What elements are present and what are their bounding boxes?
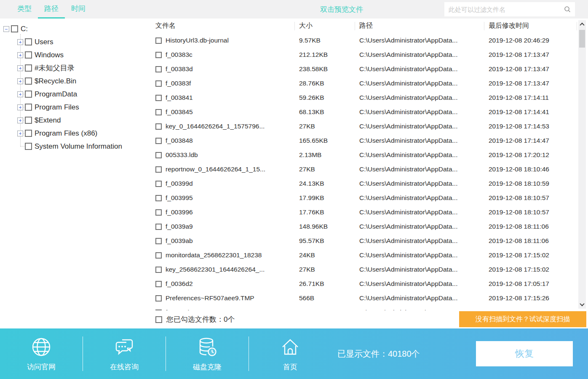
tree-checkbox[interactable] xyxy=(11,25,18,32)
scrollbar-thumb[interactable] xyxy=(579,30,585,48)
row-checkbox[interactable] xyxy=(155,224,162,230)
tree-node[interactable]: System Volume Information xyxy=(3,140,150,153)
row-checkbox[interactable] xyxy=(155,181,162,187)
file-size: 24.13KB xyxy=(295,180,355,187)
tree-node[interactable]: $Extend xyxy=(3,114,150,127)
row-checkbox[interactable] xyxy=(155,295,162,302)
search-icon[interactable] xyxy=(564,6,571,13)
table-row[interactable]: f_0039ab95.57KBC:\Users\Administrator\Ap… xyxy=(150,234,588,248)
file-path: C:\Users\Administrator\AppData... xyxy=(355,237,484,245)
online-support-button[interactable]: 在线咨询 xyxy=(83,336,166,372)
tree-checkbox[interactable] xyxy=(25,104,32,111)
row-checkbox[interactable] xyxy=(155,267,162,273)
tree-checkbox[interactable] xyxy=(25,117,32,124)
row-checkbox[interactable] xyxy=(155,281,162,287)
row-checkbox[interactable] xyxy=(155,80,162,87)
table-row[interactable]: f_00399517.99KBC:\Users\Administrator\Ap… xyxy=(150,191,588,205)
collapse-icon[interactable] xyxy=(3,26,9,32)
scroll-up-button[interactable] xyxy=(578,20,586,29)
tree-node[interactable]: Program Files (x86) xyxy=(3,127,150,140)
file-path: C:\Users\Administrator\AppData... xyxy=(355,266,484,273)
table-row[interactable]: key_2568622301_1644626264_...27KBC:\User… xyxy=(150,262,588,277)
tree-root-drive-c[interactable]: C: xyxy=(3,22,150,35)
table-row[interactable]: f_0036d648.82KBC:\Users\Administrator\Ap… xyxy=(150,305,588,310)
tree-checkbox[interactable] xyxy=(25,143,32,150)
row-checkbox[interactable] xyxy=(155,66,162,72)
filename-filter-input[interactable] xyxy=(444,6,564,13)
disk-clone-button[interactable]: 磁盘克隆 xyxy=(166,336,249,372)
expand-icon[interactable] xyxy=(17,91,23,97)
file-path: C:\Users\Administrator\AppData... xyxy=(355,108,484,116)
expand-icon[interactable] xyxy=(17,39,23,45)
tab-time[interactable]: 时间 xyxy=(65,0,92,19)
table-row[interactable]: f_00399617.76KBC:\Users\Administrator\Ap… xyxy=(150,205,588,219)
tree-node-label: Program Files (x86) xyxy=(35,129,97,138)
row-checkbox[interactable] xyxy=(155,310,162,311)
table-row[interactable]: key_0_1644626264_1_1575796...27KBC:\User… xyxy=(150,119,588,133)
vertical-scrollbar[interactable] xyxy=(578,20,586,309)
table-row[interactable]: monitordata_2568622301_1823824KBC:\Users… xyxy=(150,248,588,262)
filename-filter-box[interactable] xyxy=(444,2,575,16)
expand-icon[interactable] xyxy=(17,104,23,110)
tree-node[interactable]: Program Files xyxy=(3,101,150,114)
row-checkbox[interactable] xyxy=(155,52,162,58)
row-checkbox[interactable] xyxy=(155,138,162,144)
tree-node[interactable]: $Recycle.Bin xyxy=(3,75,150,88)
row-checkbox[interactable] xyxy=(155,195,162,201)
column-header-mtime[interactable]: 最后修改时间 xyxy=(484,19,577,33)
table-row[interactable]: f_00384568.13KBC:\Users\Administrator\Ap… xyxy=(150,105,588,119)
tree-checkbox[interactable] xyxy=(25,130,32,137)
column-header-size[interactable]: 大小 xyxy=(295,19,355,33)
file-path: C:\Users\Administrator\AppData... xyxy=(355,280,484,288)
row-checkbox[interactable] xyxy=(155,238,162,244)
table-row[interactable]: reportnow_0_1644626264_1_15...27KBC:\Use… xyxy=(150,162,588,176)
tree-node[interactable]: Users xyxy=(3,35,150,48)
scroll-down-button[interactable] xyxy=(578,300,586,309)
table-row[interactable]: f_003848165.65KBC:\Users\Administrator\A… xyxy=(150,133,588,148)
tree-node[interactable]: #未知父目录 xyxy=(3,61,150,75)
row-checkbox[interactable] xyxy=(155,37,162,44)
column-header-path[interactable]: 路径 xyxy=(355,19,484,33)
table-row[interactable]: f_00383d238.58KBC:\Users\Administrator\A… xyxy=(150,62,588,76)
expand-icon[interactable] xyxy=(17,131,23,136)
row-checkbox[interactable] xyxy=(155,152,162,158)
deep-scan-button[interactable]: 没有扫描到文件？试试深度扫描 xyxy=(459,311,586,327)
table-row[interactable]: f_0036d226.71KBC:\Users\Administrator\Ap… xyxy=(150,277,588,291)
row-checkbox[interactable] xyxy=(155,95,162,101)
table-row[interactable]: f_00384159.26KBC:\Users\Administrator\Ap… xyxy=(150,91,588,105)
row-checkbox[interactable] xyxy=(155,166,162,173)
table-row[interactable]: 005333.ldb2.13MBC:\Users\Administrator\A… xyxy=(150,148,588,162)
table-row[interactable]: f_00383c212.12KBC:\Users\Administrator\A… xyxy=(150,48,588,62)
select-all-checkbox[interactable] xyxy=(155,316,162,323)
tab-path[interactable]: 路径 xyxy=(38,0,65,19)
file-path: C:\Users\Administrator\AppData... xyxy=(355,123,484,130)
tree-node[interactable]: ProgramData xyxy=(3,88,150,101)
column-header-filename[interactable]: 文件名 xyxy=(150,19,295,33)
tree-checkbox[interactable] xyxy=(25,77,32,85)
expand-icon[interactable] xyxy=(17,52,23,58)
table-row[interactable]: HistoryUrl3.db-journal9.57KBC:\Users\Adm… xyxy=(150,33,588,48)
row-checkbox[interactable] xyxy=(155,252,162,259)
visit-website-button[interactable]: 访问官网 xyxy=(0,336,83,372)
tree-checkbox[interactable] xyxy=(25,64,32,72)
tree-checkbox[interactable] xyxy=(25,38,32,45)
expand-icon[interactable] xyxy=(17,65,23,71)
table-row[interactable]: f_0039a9148.96KBC:\Users\Administrator\A… xyxy=(150,219,588,234)
expand-icon[interactable] xyxy=(17,117,23,123)
recover-button[interactable]: 恢复 xyxy=(476,341,573,366)
tree-checkbox[interactable] xyxy=(25,91,32,98)
home-button[interactable]: 首页 xyxy=(249,336,331,372)
expand-icon[interactable] xyxy=(17,78,23,84)
file-name: f_00383c xyxy=(166,51,192,59)
table-row[interactable]: f_00383f28.76KBC:\Users\Administrator\Ap… xyxy=(150,76,588,91)
row-checkbox[interactable] xyxy=(155,123,162,130)
tree-checkbox[interactable] xyxy=(25,51,32,59)
tab-type[interactable]: 类型 xyxy=(11,0,38,19)
row-checkbox[interactable] xyxy=(155,209,162,216)
table-row[interactable]: Preferences~RF507aee9.TMP566BC:\Users\Ad… xyxy=(150,291,588,305)
table-row[interactable]: f_00399d24.13KBC:\Users\Administrator\Ap… xyxy=(150,176,588,191)
row-checkbox[interactable] xyxy=(155,109,162,115)
file-size: 27KB xyxy=(295,165,355,173)
tree-node-label: $Extend xyxy=(35,116,61,125)
tree-node[interactable]: Windows xyxy=(3,48,150,61)
